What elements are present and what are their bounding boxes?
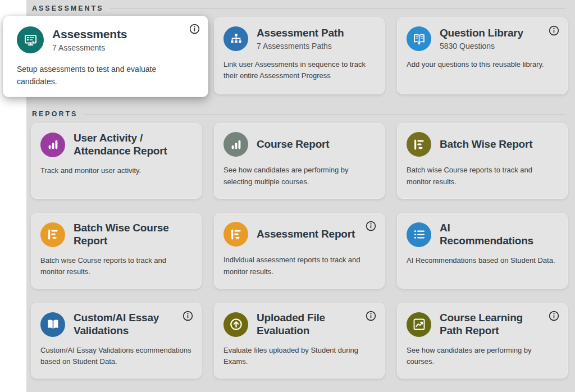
card-description: See how candidates are performing by cou… [407,345,558,367]
card-title: User Activity / Attendance Report [74,132,173,157]
card-title: Course Learning Path Report [440,312,539,337]
card-title-block: Batch Wise Report [440,138,532,151]
card-header: Batch Wise Course Report [40,222,192,247]
card-grid: User Activity / Attendance ReportTrack a… [31,123,568,379]
card-title: Assessments [52,28,127,42]
info-icon[interactable] [548,310,560,322]
info-icon[interactable] [189,23,200,35]
card-title-block: Uploaded File Evaluation [257,312,356,337]
info-icon[interactable] [365,310,377,322]
bar-chart-icon [40,133,65,157]
dashboard-panel: ASSESSMENTSAssessments7 AssessmentsSetup… [26,0,575,392]
card-assessment-path[interactable]: Assessment Path7 Assessments PathsLink u… [214,17,385,94]
info-icon[interactable] [182,310,194,322]
card-grid: Assessments7 AssessmentsSetup assessment… [31,17,568,94]
card-header: Uploaded File Evaluation [223,312,375,337]
section-divider [84,114,565,115]
card-course-learning-path-report[interactable]: Course Learning Path ReportSee how candi… [397,303,568,379]
card-header: AI Recommendations [407,222,558,247]
card-uploaded-file-evaluation[interactable]: Uploaded File EvaluationEvaluate files u… [214,303,385,379]
card-header: Assessments7 Assessments [17,26,197,53]
monitor-assessment-icon [17,26,44,53]
info-icon[interactable] [548,25,560,37]
card-title-block: Course Learning Path Report [440,312,539,337]
card-header: Course Report [223,132,375,157]
card-description: Setup assessments to test and evaluate c… [17,63,197,88]
card-title-block: Batch Wise Course Report [74,222,173,247]
card-header: Assessment Report [223,222,375,247]
card-title: Uploaded File Evaluation [257,312,356,337]
card-header: User Activity / Attendance Report [40,132,192,157]
card-title-block: Custom/AI Essay Validations [74,312,173,337]
card-description: See how candidates are performing by sel… [223,165,375,187]
card-batch-wise-report[interactable]: Batch Wise ReportBatch wise Course repor… [397,123,568,199]
library-book-icon [407,26,431,51]
card-description: Individual assessment reports to track a… [223,254,375,277]
card-subtitle: 7 Assessments [52,43,127,52]
card-title-block: User Activity / Attendance Report [74,132,173,157]
card-title-block: Assessment Report [257,228,355,240]
card-description: Link user Assessments in sequence to tra… [223,59,375,81]
card-description: AI Recommendations based on Student Data… [407,255,558,266]
card-description: Batch wise Course reports to track and m… [407,165,558,187]
card-title: Assessment Report [257,228,355,240]
section-assessments: ASSESSMENTSAssessments7 AssessmentsSetup… [31,1,568,94]
info-icon[interactable] [365,220,377,232]
card-title: Custom/AI Essay Validations [74,312,173,337]
upload-circle-icon [223,312,248,337]
section-header: ASSESSMENTS [31,1,568,17]
card-header: Custom/AI Essay Validations [40,312,192,337]
card-description: Batch wise Course reports to track and m… [40,255,192,277]
card-batch-wise-course-report[interactable]: Batch Wise Course ReportBatch wise Cours… [31,213,202,289]
card-title: Batch Wise Report [440,138,532,151]
card-ai-recommendations[interactable]: AI RecommendationsAI Recommendations bas… [397,213,568,289]
card-title: Batch Wise Course Report [74,222,173,247]
card-description: Custom/AI Essay Validations ecommendatio… [40,345,192,367]
card-header: Question Library5830 Questions [407,26,558,51]
card-header: Assessment Path7 Assessments Paths [223,26,375,51]
card-subtitle: 5830 Questions [440,42,523,51]
card-title: Assessment Path [257,27,344,39]
card-question-library[interactable]: Question Library5830 QuestionsAdd your q… [397,17,568,94]
card-description: Add your questions to this reusable libr… [407,59,558,70]
section-header: REPORTS [31,107,568,123]
card-description: Evaluate files uploaded by Student durin… [223,345,375,367]
card-title: Question Library [440,27,523,39]
card-custom-ai-essay-validations[interactable]: Custom/AI Essay ValidationsCustom/AI Ess… [31,303,202,379]
card-title: Course Report [257,138,329,151]
card-title: AI Recommendations [440,222,539,247]
bullet-list-icon [407,222,431,247]
open-book-icon [40,312,65,337]
card-assessment-report[interactable]: Assessment ReportIndividual assessment r… [214,213,385,289]
section-label: REPORTS [32,110,77,118]
section-reports: REPORTSUser Activity / Attendance Report… [31,107,568,379]
card-title-block: Course Report [257,138,329,151]
card-course-report[interactable]: Course ReportSee how candidates are perf… [214,123,385,199]
sitemap-icon [223,26,248,51]
section-divider [110,8,565,9]
card-title-block: Question Library5830 Questions [440,27,523,50]
card-description: Track and monitor user activity. [40,165,192,176]
card-assessments[interactable]: Assessments7 AssessmentsSetup assessment… [3,16,208,97]
line-chart-icon [407,312,431,337]
gantt-bars-icon [407,132,431,157]
card-subtitle: 7 Assessments Paths [257,42,344,51]
card-title-block: Assessment Path7 Assessments Paths [257,27,344,50]
section-label: ASSESSMENTS [32,4,103,12]
gantt-bars-icon [223,222,248,247]
card-header: Batch Wise Report [407,132,558,157]
gantt-bars-icon [40,222,65,247]
card-user-activity-attendance-report[interactable]: User Activity / Attendance ReportTrack a… [31,123,202,199]
card-title-block: AI Recommendations [440,222,539,247]
bar-chart-icon [223,132,248,157]
card-header: Course Learning Path Report [407,312,558,337]
card-title-block: Assessments7 Assessments [52,28,127,52]
